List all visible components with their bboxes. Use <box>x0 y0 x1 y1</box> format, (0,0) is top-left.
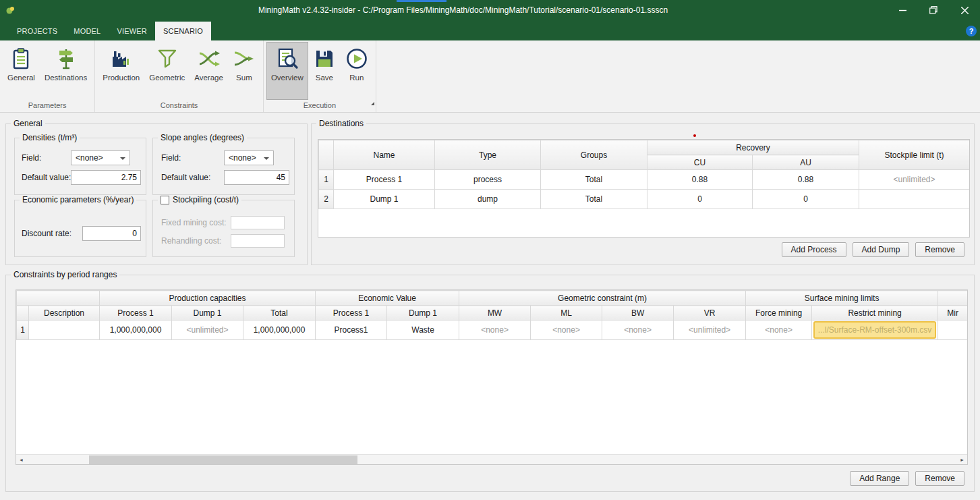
densities-default-input[interactable]: 2.75 <box>71 170 141 185</box>
constraints-groupbox-title: Constraints by period ranges <box>11 270 119 279</box>
constraints-remove-button[interactable]: Remove <box>915 471 964 486</box>
prod-dump1-cell[interactable]: <unlimited> <box>172 321 243 340</box>
destinations-table: Name Type Groups Recovery Stockpile limi… <box>318 139 970 238</box>
bw-cell[interactable]: <none> <box>602 321 674 340</box>
cu-column-header: CU <box>647 155 753 170</box>
type-column-header: Type <box>435 140 541 170</box>
type-cell[interactable]: process <box>435 170 541 190</box>
stockpile-cell[interactable] <box>859 190 970 209</box>
table-row: 2 Dump 1 dump Total 0 0 <box>319 190 970 209</box>
rehandling-cost-input[interactable] <box>231 234 285 248</box>
vr-cell[interactable]: <unlimited> <box>674 321 746 340</box>
slope-angles-groupbox: Slope angles (degrees) Field: <none> Def… <box>152 138 295 195</box>
geometric-constraint-group-header: Geometric constraint (m) <box>459 291 746 306</box>
floppy-save-icon <box>313 47 336 70</box>
add-range-button[interactable]: Add Range <box>850 471 909 486</box>
stockpiling-title: Stockpiling (cost/t) <box>173 195 239 204</box>
save-button[interactable]: Save <box>308 42 341 100</box>
econ-process1-column-header: Process 1 <box>316 306 387 321</box>
clipped-column-header: Mir <box>938 306 968 321</box>
description-cell[interactable] <box>29 321 100 340</box>
fixed-mining-cost-label: Fixed mining cost: <box>161 218 227 227</box>
fixed-mining-cost-input[interactable] <box>231 216 285 229</box>
row-number-cell[interactable]: 1 <box>319 170 334 190</box>
econ-dump1-cell[interactable]: Waste <box>387 321 459 340</box>
tab-viewer[interactable]: VIEWER <box>109 22 155 40</box>
stockpile-column-header: Stockpile limit (t) <box>859 140 970 170</box>
tab-projects[interactable]: PROJECTS <box>9 22 65 40</box>
overview-label: Overview <box>271 74 304 82</box>
stockpiling-checkbox[interactable] <box>161 196 169 204</box>
mw-column-header: MW <box>459 306 531 321</box>
row-number-cell[interactable]: 2 <box>319 190 334 209</box>
force-mining-cell[interactable]: <none> <box>746 321 812 340</box>
general-groupbox-title: General <box>11 119 45 128</box>
slope-default-input[interactable]: 45 <box>224 170 289 185</box>
groups-cell[interactable]: Total <box>541 170 647 190</box>
minimize-button[interactable] <box>887 0 918 20</box>
prod-total-column-header: Total <box>243 306 316 321</box>
ribbon: General Destinations Parameters <box>0 40 980 113</box>
discount-rate-input[interactable]: 0 <box>82 226 141 241</box>
average-button[interactable]: Average <box>190 42 228 100</box>
stockpile-cell[interactable]: <unlimited> <box>859 170 970 190</box>
close-button[interactable] <box>949 0 980 20</box>
ml-column-header: ML <box>531 306 602 321</box>
help-icon[interactable]: ? <box>966 26 977 36</box>
type-cell[interactable]: dump <box>435 190 541 209</box>
restrict-mining-cell[interactable]: ...l/Surface-RM-offset-300m.csv <box>812 321 938 340</box>
geometric-button[interactable]: Geometric <box>144 42 190 100</box>
econ-dump1-column-header: Dump 1 <box>387 306 459 321</box>
run-button[interactable]: Run <box>341 42 373 100</box>
production-button[interactable]: Production <box>98 42 144 100</box>
play-icon <box>345 47 368 70</box>
au-cell[interactable]: 0 <box>753 190 859 209</box>
prod-total-cell[interactable]: 1,000,000,000 <box>243 321 316 340</box>
restrict-mining-path: ...l/Surface-RM-offset-300m.csv <box>818 325 932 335</box>
scroll-right-icon[interactable]: ► <box>957 455 967 465</box>
restore-button[interactable] <box>918 0 949 20</box>
name-cell[interactable]: Dump 1 <box>334 190 435 209</box>
ml-cell[interactable]: <none> <box>531 321 602 340</box>
overview-button[interactable]: Overview <box>266 42 308 100</box>
slope-field-combo[interactable]: <none> <box>224 150 274 165</box>
clipboard-icon <box>9 47 32 70</box>
name-column-header: Name <box>334 140 435 170</box>
scrollbar-thumb[interactable] <box>89 455 357 464</box>
save-label: Save <box>316 74 333 82</box>
destinations-remove-button[interactable]: Remove <box>915 242 964 257</box>
general-button[interactable]: General <box>3 42 40 100</box>
rehandling-cost-label: Rehandling cost: <box>161 236 221 246</box>
tab-model[interactable]: MODEL <box>65 22 109 40</box>
destinations-button[interactable]: Destinations <box>40 42 92 100</box>
tab-scenario[interactable]: SCENARIO <box>155 22 211 40</box>
add-dump-button[interactable]: Add Dump <box>853 242 910 257</box>
slope-angles-title: Slope angles (degrees) <box>158 133 247 142</box>
mw-cell[interactable]: <none> <box>459 321 531 340</box>
groups-cell[interactable]: Total <box>541 190 647 209</box>
add-process-button[interactable]: Add Process <box>782 242 846 257</box>
production-label: Production <box>103 74 140 82</box>
funnel-icon <box>156 47 179 70</box>
row-number-header <box>17 306 29 321</box>
scroll-left-icon[interactable]: ◄ <box>16 455 26 465</box>
economic-value-group-header: Economic Value <box>316 291 459 306</box>
row-number-cell[interactable]: 1 <box>17 321 29 340</box>
execution-group-label: Execution <box>266 101 373 112</box>
name-cell[interactable]: Process 1 <box>334 170 435 190</box>
execution-options-icon[interactable] <box>371 102 374 105</box>
horizontal-scrollbar[interactable]: ◄ ► <box>16 454 967 464</box>
sum-button[interactable]: Sum <box>228 42 260 100</box>
cu-cell[interactable]: 0.88 <box>647 170 753 190</box>
densities-field-combo[interactable]: <none> <box>71 150 130 165</box>
chevron-down-icon <box>120 157 125 160</box>
slope-field-label: Field: <box>161 153 181 163</box>
econ-process1-cell[interactable]: Process1 <box>316 321 387 340</box>
constraints-group-label: Constraints <box>98 101 260 112</box>
au-cell[interactable]: 0.88 <box>753 170 859 190</box>
sum-label: Sum <box>236 74 252 82</box>
prod-process1-cell[interactable]: 1,000,000,000 <box>100 321 172 340</box>
densities-default-label: Default value: <box>22 173 71 182</box>
clipped-cell[interactable] <box>938 321 968 340</box>
cu-cell[interactable]: 0 <box>647 190 753 209</box>
